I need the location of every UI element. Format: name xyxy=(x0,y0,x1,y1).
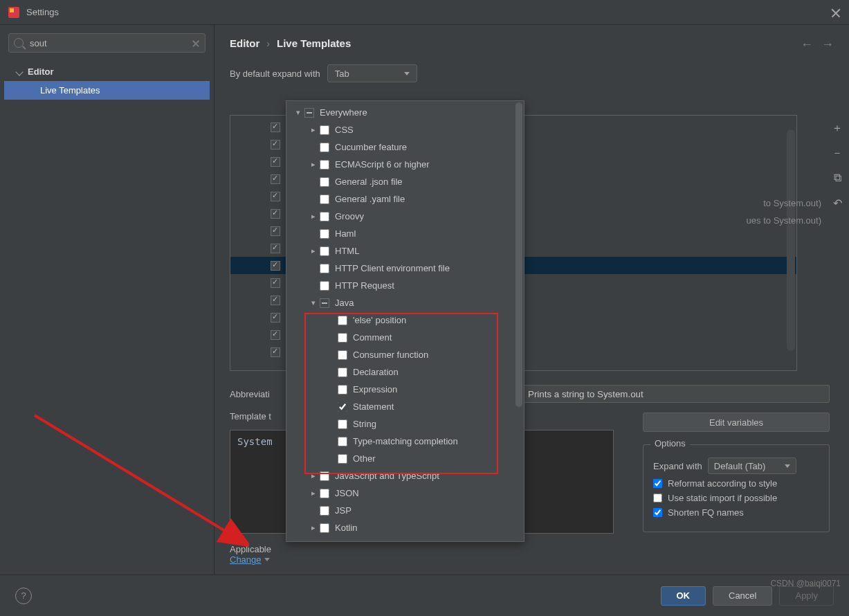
close-icon[interactable] xyxy=(831,8,841,17)
help-icon[interactable]: ? xyxy=(15,588,32,604)
context-root[interactable]: ▾Everywhere xyxy=(286,104,524,121)
context-child-checkbox[interactable] xyxy=(338,385,347,395)
chevron-right-icon[interactable]: ▸ xyxy=(307,125,320,134)
context-java-child[interactable]: Other xyxy=(286,450,524,467)
chevron-down-icon[interactable]: ▾ xyxy=(292,108,304,117)
context-item-checkbox[interactable] xyxy=(320,523,329,533)
context-item-checkbox[interactable] xyxy=(320,177,329,187)
context-item[interactable]: Haml xyxy=(286,225,524,242)
context-java-child[interactable]: 'else' position xyxy=(286,311,524,329)
change-link[interactable]: Change xyxy=(230,554,270,565)
context-item-checkbox[interactable] xyxy=(320,506,329,516)
revert-icon[interactable]: ↶ xyxy=(831,197,843,209)
context-java-child[interactable]: Consumer function xyxy=(286,346,524,363)
context-item-checkbox[interactable] xyxy=(320,160,329,170)
sidebar-item-live-templates[interactable]: Live Templates xyxy=(4,81,210,100)
scrollbar[interactable] xyxy=(515,102,522,407)
apply-button[interactable]: Apply xyxy=(779,586,834,606)
context-child-checkbox[interactable] xyxy=(338,350,347,360)
template-checkbox[interactable] xyxy=(271,330,280,340)
breadcrumb-editor[interactable]: Editor xyxy=(230,37,259,49)
context-item-checkbox[interactable] xyxy=(320,489,329,498)
context-item[interactable]: Cucumber feature xyxy=(286,138,524,156)
context-child-checkbox[interactable] xyxy=(338,368,347,377)
template-checkbox[interactable] xyxy=(271,313,280,323)
reformat-checkbox[interactable] xyxy=(653,479,662,488)
context-item-checkbox[interactable] xyxy=(320,194,329,204)
static-import-label: Use static import if possible xyxy=(668,493,777,503)
context-item[interactable]: HTTP Client environment file xyxy=(286,260,524,277)
template-checkbox[interactable] xyxy=(271,123,280,132)
context-item-checkbox[interactable] xyxy=(320,471,329,481)
context-item[interactable]: ▸Groovy xyxy=(286,208,524,225)
shorten-fq-checkbox[interactable] xyxy=(653,508,662,517)
context-child-checkbox[interactable] xyxy=(338,419,347,429)
context-item[interactable]: ▸JavaScript and TypeScript xyxy=(286,467,524,484)
context-item[interactable]: ▸CSS xyxy=(286,121,524,138)
template-checkbox[interactable] xyxy=(271,174,280,184)
static-import-checkbox[interactable] xyxy=(653,493,662,502)
forward-icon[interactable]: → xyxy=(821,37,834,52)
context-item[interactable]: ▸HTML xyxy=(286,242,524,260)
template-checkbox[interactable] xyxy=(271,278,280,288)
chevron-right-icon[interactable]: ▸ xyxy=(307,160,320,169)
template-checkbox[interactable] xyxy=(271,347,280,357)
context-item[interactable]: General .json file xyxy=(286,173,524,190)
template-checkbox[interactable] xyxy=(271,192,280,201)
chevron-right-icon[interactable]: ▸ xyxy=(307,246,320,255)
context-item[interactable]: ▸Kotlin xyxy=(286,519,524,536)
context-item[interactable]: ▸ECMAScript 6 or higher xyxy=(286,156,524,173)
context-root-checkbox[interactable] xyxy=(304,108,314,118)
chevron-right-icon[interactable]: ▸ xyxy=(307,489,320,498)
context-child-checkbox[interactable] xyxy=(338,454,347,464)
remove-icon[interactable]: － xyxy=(831,147,843,159)
template-checkbox[interactable] xyxy=(271,261,280,271)
settings-search-input[interactable] xyxy=(8,33,206,53)
context-child-checkbox[interactable] xyxy=(338,316,347,325)
scrollbar[interactable] xyxy=(787,129,795,351)
context-item-checkbox[interactable] xyxy=(320,246,329,256)
expand-with-dropdown[interactable]: Default (Tab) xyxy=(708,458,796,474)
template-checkbox[interactable] xyxy=(271,140,280,150)
context-java[interactable]: ▾Java xyxy=(286,294,524,311)
template-checkbox[interactable] xyxy=(271,244,280,253)
context-java-child[interactable]: Statement xyxy=(286,398,524,415)
context-item-checkbox[interactable] xyxy=(320,229,329,239)
context-java-child[interactable]: Type-matching completion xyxy=(286,433,524,450)
template-checkbox[interactable] xyxy=(271,209,280,219)
description-input[interactable] xyxy=(522,385,830,403)
context-java-child[interactable]: Expression xyxy=(286,381,524,398)
chevron-right-icon[interactable]: ▸ xyxy=(307,212,320,221)
context-item[interactable]: ▸JSON xyxy=(286,484,524,502)
context-item-checkbox[interactable] xyxy=(320,264,329,273)
context-item[interactable]: HTTP Request xyxy=(286,277,524,294)
chevron-right-icon[interactable]: ▸ xyxy=(307,523,320,532)
context-java-child[interactable]: Comment xyxy=(286,329,524,346)
copy-icon[interactable]: ⧉ xyxy=(831,172,843,184)
context-child-checkbox[interactable] xyxy=(338,402,347,412)
chevron-down-icon[interactable]: ▾ xyxy=(307,298,320,307)
context-java-child[interactable]: String xyxy=(286,415,524,433)
template-checkbox[interactable] xyxy=(271,226,280,236)
context-item-checkbox[interactable] xyxy=(320,143,329,152)
default-expand-dropdown[interactable]: Tab xyxy=(327,64,417,82)
context-java-child[interactable]: Declaration xyxy=(286,363,524,381)
context-item[interactable]: JSP xyxy=(286,502,524,519)
ok-button[interactable]: OK xyxy=(661,586,706,606)
add-icon[interactable]: ＋ xyxy=(831,122,843,134)
cancel-button[interactable]: Cancel xyxy=(713,586,772,606)
context-child-checkbox[interactable] xyxy=(338,333,347,343)
clear-search-icon[interactable] xyxy=(192,39,200,47)
edit-variables-button[interactable]: Edit variables xyxy=(643,413,830,432)
template-checkbox[interactable] xyxy=(271,296,280,305)
context-item[interactable]: General .yaml file xyxy=(286,190,524,208)
back-icon[interactable]: ← xyxy=(801,37,813,52)
chevron-right-icon[interactable]: ▸ xyxy=(307,471,320,480)
sidebar-item-editor[interactable]: Editor xyxy=(4,62,210,81)
context-item-checkbox[interactable] xyxy=(320,212,329,221)
context-item-checkbox[interactable] xyxy=(320,125,329,135)
template-checkbox[interactable] xyxy=(271,157,280,167)
context-java-checkbox[interactable] xyxy=(320,298,329,308)
context-child-checkbox[interactable] xyxy=(338,437,347,446)
context-item-checkbox[interactable] xyxy=(320,281,329,291)
